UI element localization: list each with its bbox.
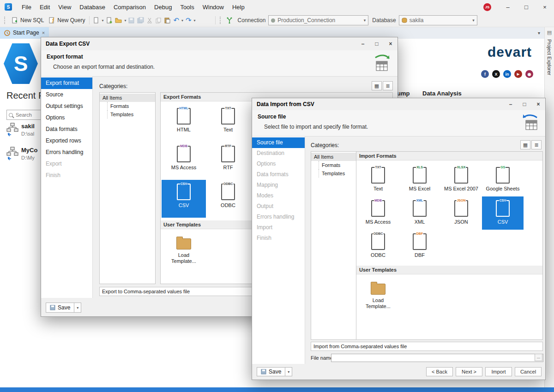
tab-list-chevron-icon[interactable]: ▾ xyxy=(538,30,545,36)
menu-file[interactable]: File xyxy=(18,0,36,14)
save-template-button[interactable]: Save ▾ xyxy=(257,367,292,376)
connection-combobox[interactable]: Production_Connection ▾ xyxy=(268,15,368,25)
format-tile-rtf[interactable]: RTF RTF xyxy=(206,142,250,180)
wizard-step-import[interactable]: Import xyxy=(252,222,305,233)
new-document-dropdown[interactable]: ▾ xyxy=(101,18,104,23)
import-dialog-titlebar[interactable]: Data Import from CSV – □ × xyxy=(252,98,545,110)
instagram-icon[interactable]: ◉ xyxy=(525,70,533,78)
tab-close-icon[interactable]: × xyxy=(42,30,45,36)
dialog-maximize-button[interactable]: □ xyxy=(370,37,384,50)
save-dropdown[interactable]: ▾ xyxy=(74,303,81,313)
toolbar-grip[interactable] xyxy=(220,17,223,24)
new-query-button[interactable]: New Query xyxy=(46,16,87,24)
tree-node-all-items[interactable]: All Items xyxy=(100,94,155,102)
format-tile-ms-access[interactable]: MDB MS Access xyxy=(162,142,206,180)
js-account-badge[interactable]: JS xyxy=(483,3,491,11)
undo-dropdown[interactable]: ▾ xyxy=(181,18,184,23)
window-maximize-button[interactable]: □ xyxy=(517,0,536,14)
menu-window[interactable]: Window xyxy=(199,0,228,14)
format-tile-ms-excel-2007[interactable]: XLSX MS Excel 2007 xyxy=(440,163,482,196)
grid-view-button[interactable]: ▦ xyxy=(372,81,382,90)
save-button[interactable] xyxy=(127,17,136,24)
dialog-maximize-button[interactable]: □ xyxy=(518,98,531,110)
export-dialog-titlebar[interactable]: Data Export CSV – □ × xyxy=(41,37,397,50)
wizard-step-options[interactable]: Options xyxy=(41,112,92,124)
wizard-step-modes[interactable]: Modes xyxy=(252,190,305,201)
save-template-button[interactable]: Save ▾ xyxy=(46,303,81,313)
import-button[interactable]: Import xyxy=(485,367,512,376)
format-tile-dbf[interactable]: DBF DBF xyxy=(399,230,440,263)
dialog-minimize-button[interactable]: – xyxy=(504,98,518,110)
window-close-button[interactable]: × xyxy=(536,0,554,14)
new-document-button[interactable] xyxy=(91,16,101,24)
menu-database[interactable]: Database xyxy=(75,0,109,14)
wizard-step-mapping[interactable]: Mapping xyxy=(252,180,305,190)
cut-button[interactable] xyxy=(145,17,154,24)
format-tile-csv-selected[interactable]: CSV CSV xyxy=(482,196,524,230)
format-tile-odbc[interactable]: ODBC ODBC xyxy=(206,180,250,218)
open-file-button[interactable] xyxy=(114,16,123,24)
list-view-button[interactable]: ≣ xyxy=(531,140,542,149)
linkedin-icon[interactable]: in xyxy=(503,70,511,78)
next-button[interactable]: Next > xyxy=(456,367,482,376)
menu-comparison[interactable]: Comparison xyxy=(109,0,150,14)
save-all-button[interactable] xyxy=(136,16,145,24)
tree-node-formats[interactable]: Formats xyxy=(319,161,357,169)
redo-dropdown[interactable]: ▾ xyxy=(193,18,197,23)
back-button[interactable]: < Back xyxy=(426,367,453,376)
wizard-step-finish[interactable]: Finish xyxy=(41,170,92,181)
project-explorer-strip[interactable]: ▤ Project Explorer xyxy=(544,27,554,387)
menu-help[interactable]: Help xyxy=(228,0,249,14)
load-template-tile[interactable]: Load Template... xyxy=(357,277,399,310)
format-tile-xml[interactable]: XML XML xyxy=(399,196,440,230)
facebook-icon[interactable]: f xyxy=(481,70,489,78)
format-tile-text[interactable]: TXT Text xyxy=(206,104,250,142)
youtube-icon[interactable]: ▶ xyxy=(514,70,522,78)
wizard-step-finish[interactable]: Finish xyxy=(252,233,305,244)
list-view-button[interactable]: ≣ xyxy=(383,81,393,90)
wizard-step-destination[interactable]: Destination xyxy=(252,148,305,159)
nav-link-data-analysis[interactable]: Data Analysis xyxy=(422,90,462,97)
browse-button[interactable]: ... xyxy=(535,354,542,361)
grid-view-button[interactable]: ▦ xyxy=(520,140,530,149)
load-template-tile[interactable]: Load Template... xyxy=(162,232,206,270)
tree-node-formats[interactable]: Formats xyxy=(107,102,155,110)
wizard-step-source-file[interactable]: Source file xyxy=(252,137,305,148)
format-tile-json[interactable]: JSON JSON xyxy=(440,196,482,230)
format-tile-ms-access[interactable]: MDB MS Access xyxy=(357,196,399,230)
wizard-step-export-format[interactable]: Export format xyxy=(41,77,92,89)
cancel-button[interactable]: Cancel xyxy=(515,367,542,376)
wizard-step-exported-rows[interactable]: Exported rows xyxy=(41,135,92,147)
nav-link-data-pump-fragment[interactable]: ump xyxy=(397,90,409,97)
menu-debug[interactable]: Debug xyxy=(150,0,176,14)
wizard-step-options[interactable]: Options xyxy=(252,159,305,169)
database-combobox[interactable]: sakila ▾ xyxy=(399,15,477,25)
new-sql-button[interactable]: New SQL xyxy=(9,16,46,24)
dialog-close-button[interactable]: × xyxy=(531,98,545,110)
toolbar-grip[interactable] xyxy=(4,17,7,24)
save-dropdown[interactable]: ▾ xyxy=(285,367,292,376)
undo-button[interactable]: ↶ xyxy=(172,16,181,24)
wizard-step-data-formats[interactable]: Data formats xyxy=(41,124,92,135)
wizard-step-export[interactable]: Export xyxy=(41,158,92,170)
format-tile-google-sheets[interactable]: GS Google Sheets xyxy=(482,163,524,196)
dialog-minimize-button[interactable]: – xyxy=(356,37,370,50)
wizard-step-errors-handling[interactable]: Errors handling xyxy=(252,212,305,222)
format-tile-ms-excel[interactable]: XLS MS Excel xyxy=(399,163,440,196)
wizard-step-output[interactable]: Output xyxy=(252,201,305,212)
menu-view[interactable]: View xyxy=(54,0,75,14)
open-file-dropdown[interactable]: ▾ xyxy=(123,18,127,23)
format-tile-odbc[interactable]: ODBC ODBC xyxy=(357,230,399,263)
x-twitter-icon[interactable]: X xyxy=(492,70,500,78)
dialog-close-button[interactable]: × xyxy=(384,37,397,50)
file-name-input[interactable] xyxy=(331,354,543,362)
menu-tools[interactable]: Tools xyxy=(176,0,198,14)
redo-button[interactable]: ↷ xyxy=(184,16,193,24)
format-tile-csv-selected[interactable]: CSV CSV xyxy=(162,180,206,218)
tree-node-templates[interactable]: Templates xyxy=(319,169,357,178)
add-file-button[interactable] xyxy=(104,16,114,24)
wizard-step-errors-handling[interactable]: Errors handling xyxy=(41,147,92,158)
tree-node-templates[interactable]: Templates xyxy=(107,110,155,119)
tree-node-all-items[interactable]: All Items xyxy=(311,153,357,161)
format-tile-text[interactable]: TXT Text xyxy=(357,163,399,196)
